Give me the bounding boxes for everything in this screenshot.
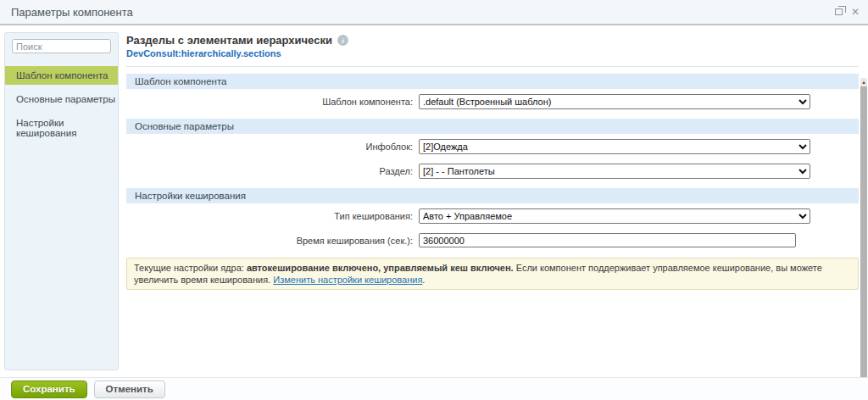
section-header: Основные параметры [126, 119, 859, 134]
notice-bold-managed-cache: управляемый кеш включен. [383, 263, 513, 273]
field-select[interactable]: Авто + Управляемое [419, 208, 810, 224]
notice-bold-autocache: автокешированиe включено, [247, 263, 381, 273]
section-header: Настройки кеширования [126, 188, 859, 203]
change-cache-settings-link[interactable]: Изменить настройки кеширования [273, 275, 422, 285]
page-title: Разделы с элементами иерархически [126, 34, 332, 47]
close-icon[interactable]: ✕ [851, 8, 860, 16]
notice-text: Текущие настройки ядра: [134, 263, 247, 273]
footer-bar: Сохранить Отменить [0, 377, 868, 400]
field-label: Шаблон компонента: [126, 97, 419, 107]
field-label: Тип кеширования: [126, 211, 419, 221]
sidebar-item[interactable]: Настройки кеширования [5, 114, 118, 142]
sidebar-menu: Шаблон компонентаОсновные параметрыНастр… [5, 66, 118, 142]
main-panel: Разделы с элементами иерархически i DevC… [119, 25, 868, 377]
header-divider [126, 66, 859, 67]
scroll-up-arrow-icon[interactable]: ▲ [860, 78, 867, 86]
field-label: Раздел: [126, 166, 419, 176]
form-row: Время кеширования (сек.): [126, 233, 859, 247]
window-titlebar: Параметры компонента ✕ [0, 0, 868, 25]
cache-notice: Текущие настройки ядра: автокешированиe … [126, 258, 859, 290]
window-title: Параметры компонента [11, 6, 835, 19]
cancel-button[interactable]: Отменить [94, 381, 165, 398]
save-button[interactable]: Сохранить [11, 381, 87, 398]
scrollbar-thumb[interactable] [860, 86, 867, 400]
field-label: Инфоблок: [126, 142, 419, 152]
search-input[interactable] [12, 39, 111, 53]
field-select[interactable]: [2]Одежда [419, 139, 810, 154]
section-header: Шаблон компонента [126, 74, 859, 89]
sidebar: Шаблон компонентаОсновные параметрыНастр… [4, 32, 119, 370]
form-row: Раздел:[2] - - Пантолеты [126, 164, 859, 179]
form-row: Тип кеширования:Авто + Управляемое [126, 208, 859, 224]
form-area: Шаблон компонентаШаблон компонента:.defa… [126, 74, 859, 247]
field-label: Время кеширования (сек.): [126, 236, 419, 246]
field-select[interactable]: [2] - - Пантолеты [419, 164, 810, 179]
form-row: Шаблон компонента:.default (Встроенный ш… [126, 94, 859, 109]
vertical-scrollbar[interactable]: ▲ [860, 78, 867, 400]
sidebar-item[interactable]: Шаблон компонента [5, 66, 118, 85]
component-id: DevConsult:hierarchically.sections [126, 48, 859, 58]
sidebar-item[interactable]: Основные параметры [5, 90, 118, 108]
dialog-body: Шаблон компонентаОсновные параметрыНастр… [0, 25, 868, 377]
info-icon[interactable]: i [337, 35, 348, 46]
field-select[interactable]: .default (Встроенный шаблон) [419, 94, 810, 109]
restore-window-icon[interactable] [835, 8, 843, 15]
field-input[interactable] [419, 233, 796, 247]
form-row: Инфоблок:[2]Одежда [126, 139, 859, 154]
